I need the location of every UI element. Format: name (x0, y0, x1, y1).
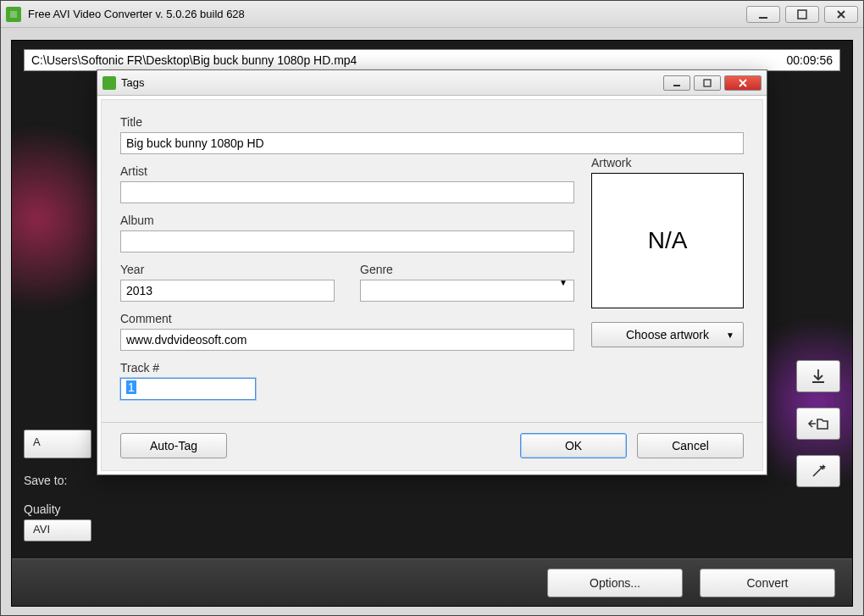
file-duration: 00:09:56 (787, 53, 834, 67)
dialog-titlebar[interactable]: Tags (97, 70, 767, 96)
dialog-icon (102, 76, 116, 90)
svg-rect-5 (704, 80, 711, 86)
separator (102, 422, 762, 423)
title-label: Title (120, 115, 574, 129)
dialog-minimize-button[interactable] (663, 75, 690, 91)
dialog-actions: Auto-Tag OK Cancel (120, 433, 744, 458)
maximize-button[interactable] (785, 6, 819, 23)
ok-button[interactable]: OK (520, 433, 627, 458)
browse-folder-button[interactable] (796, 408, 840, 440)
svg-rect-2 (759, 17, 767, 19)
options-button[interactable]: Options... (547, 569, 683, 597)
convert-button[interactable]: Convert (700, 569, 835, 597)
app-title: Free AVI Video Converter v. 5.0.26 build… (28, 8, 245, 20)
format-dropdown[interactable]: AVI (24, 519, 91, 541)
album-input[interactable] (120, 230, 574, 253)
main-titlebar[interactable]: Free AVI Video Converter v. 5.0.26 build… (1, 1, 863, 28)
tags-dialog: Tags Title Artist Album (97, 69, 767, 475)
dialog-maximize-button[interactable] (694, 75, 721, 91)
choose-artwork-button[interactable]: Choose artwork ▼ (591, 322, 744, 347)
svg-rect-1 (10, 11, 17, 18)
minimize-button[interactable] (746, 6, 780, 23)
svg-rect-4 (673, 85, 680, 86)
close-button[interactable] (824, 6, 858, 23)
artwork-label: Artwork (591, 156, 744, 169)
year-input[interactable] (120, 280, 335, 302)
auto-tag-button[interactable]: Auto-Tag (120, 433, 227, 458)
right-toolbar (796, 360, 840, 487)
genre-label: Genre (360, 263, 574, 276)
chevron-down-icon: ▼ (726, 330, 734, 340)
download-button[interactable] (796, 360, 840, 392)
file-info-bar: C:\Users\Softonic FR\Desktop\Big buck bu… (24, 49, 840, 71)
file-path: C:\Users\Softonic FR\Desktop\Big buck bu… (31, 53, 357, 67)
artist-input[interactable] (120, 181, 574, 203)
app-icon (6, 7, 21, 22)
track-input[interactable]: 1 (120, 378, 256, 400)
track-label: Track # (120, 361, 574, 375)
artwork-preview: N/A (591, 173, 744, 308)
artwork-placeholder: N/A (648, 227, 688, 254)
dialog-body: Title Artist Album Year (101, 99, 763, 471)
cancel-button[interactable]: Cancel (637, 433, 744, 458)
quality-label: Quality (24, 502, 61, 516)
save-to-label: Save to: (24, 474, 67, 487)
genre-dropdown[interactable] (360, 280, 574, 302)
dialog-close-button[interactable] (724, 75, 762, 91)
add-button[interactable]: A (24, 430, 91, 458)
year-label: Year (120, 263, 335, 276)
comment-label: Comment (120, 312, 574, 325)
window-controls (741, 6, 858, 23)
left-panel: A Save to: Quality AVI (24, 430, 91, 541)
svg-rect-3 (798, 10, 806, 19)
album-label: Album (120, 214, 574, 227)
bottom-bar: Options... Convert (12, 558, 852, 606)
dialog-title: Tags (121, 76, 144, 89)
comment-input[interactable] (120, 329, 574, 351)
artist-label: Artist (120, 164, 574, 178)
wand-button[interactable] (796, 455, 840, 487)
